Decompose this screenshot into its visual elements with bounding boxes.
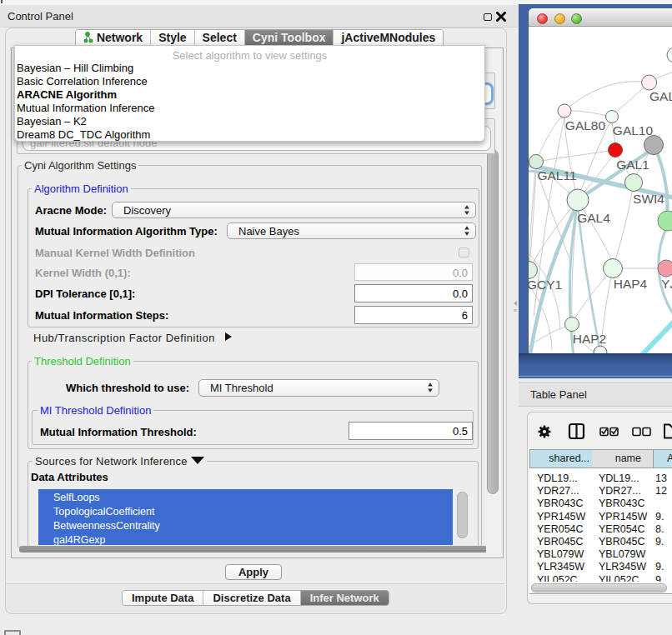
svg-text:GAL4: GAL4 xyxy=(577,211,610,225)
svg-text:HAP2: HAP2 xyxy=(573,332,607,346)
svg-text:SWI4: SWI4 xyxy=(633,192,664,206)
svg-text:YJ: YJ xyxy=(661,277,672,291)
svg-text:GAL1: GAL1 xyxy=(616,158,649,172)
svg-text:GAL80: GAL80 xyxy=(565,118,606,132)
svg-text:HAP4: HAP4 xyxy=(614,277,648,291)
svg-text:GAL11: GAL11 xyxy=(537,168,576,182)
svg-text:GAL7: GAL7 xyxy=(649,89,672,103)
svg-text:GAL10: GAL10 xyxy=(613,123,654,138)
svg-text:GCY1: GCY1 xyxy=(529,278,562,292)
